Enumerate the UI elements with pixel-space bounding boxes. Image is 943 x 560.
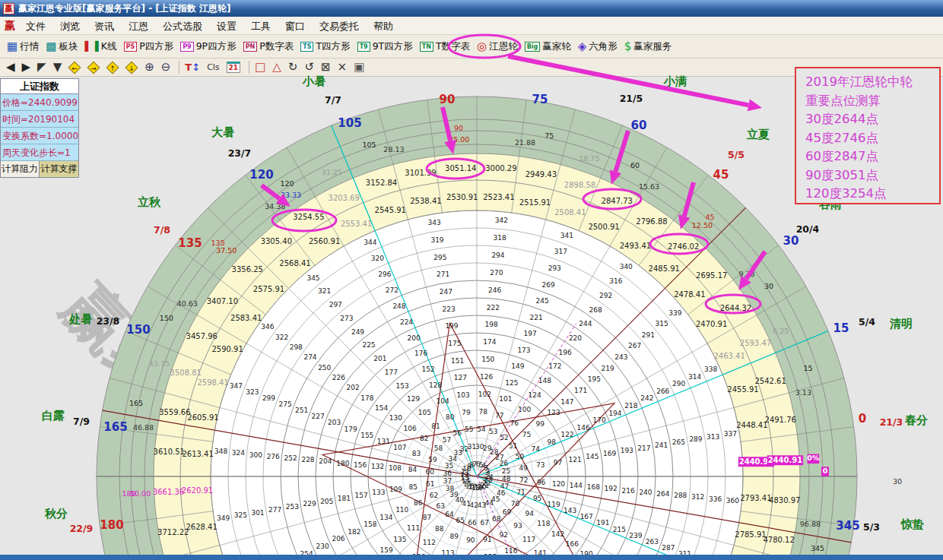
- app-logo-icon: 赢: [3, 3, 14, 14]
- winner-service-label: 赢家服务: [633, 40, 672, 53]
- tool-rect-tool-icon[interactable]: □: [255, 62, 265, 73]
- toolbar-button-9p-square[interactable]: P99P四方形: [177, 40, 239, 53]
- winner-wheel-label: 赢家轮: [542, 40, 571, 53]
- toolbar-button-hexagon[interactable]: ◈六角形: [575, 40, 621, 53]
- main-toolbar: ▦行情▩板块▌▐K线PSP四方形P99P四方形PNP数字表TST四方形T99T四…: [0, 35, 943, 59]
- toolbar-button-kline[interactable]: ▌▐K线: [81, 40, 119, 53]
- tool-prev-arrow-icon[interactable]: ◀: [6, 62, 15, 73]
- tool-down-arrow-icon[interactable]: ▼: [53, 62, 62, 73]
- anno-level-45: 45度2746点: [805, 129, 939, 148]
- toolbar-button-sectors[interactable]: ▩板块: [43, 40, 81, 53]
- quotes-icon: ▦: [7, 40, 17, 53]
- menu-item-0[interactable]: 文件: [26, 21, 46, 32]
- menu-item-6[interactable]: 工具: [251, 21, 271, 32]
- gann-wheel-icon: ◎: [477, 40, 487, 53]
- price-row: 价格=2440.9099: [1, 94, 78, 111]
- hexagon-icon: ◈: [578, 40, 587, 53]
- menu-item-1[interactable]: 浏览: [60, 21, 80, 32]
- time-row: 时间=20190104: [1, 111, 78, 128]
- toolbar-button-t-number-table[interactable]: TNT数字表: [417, 40, 473, 53]
- p-square-icon: PS: [124, 42, 138, 52]
- anno-level-30: 30度2644点: [805, 110, 939, 129]
- menu-logo-icon: 赢: [5, 19, 15, 33]
- tool-box-x-tool-icon[interactable]: ⊠: [321, 62, 331, 73]
- 9t-square-label: 9T四方形: [373, 40, 413, 53]
- kline-icon: ▌▐: [84, 41, 98, 52]
- sectors-label: 板块: [59, 40, 78, 53]
- p-number-table-label: P数字表: [259, 40, 294, 53]
- quotes-label: 行情: [20, 40, 39, 53]
- watermark-qq: QQ:4008000360: [278, 442, 487, 487]
- key-levels-annotation-box: 2019年江恩轮中轮 重要点位测算 30度2644点 45度2746点 60度2…: [795, 67, 941, 204]
- instrument-name: 上证指数: [1, 79, 78, 94]
- anno-level-90: 90度3051点: [805, 166, 939, 185]
- t-square-icon: TS: [300, 42, 313, 52]
- gann-wheel-label: 江恩轮: [489, 40, 518, 53]
- hexagon-label: 六角形: [589, 40, 618, 53]
- toolbar-button-9t-square[interactable]: T99T四方形: [354, 40, 416, 53]
- anno-level-120: 120度3254点: [805, 185, 939, 204]
- calc-support-button[interactable]: 计算支撑: [40, 161, 78, 177]
- p-square-label: P四方形: [139, 40, 173, 53]
- tool-cross-tool-icon[interactable]: ×: [338, 62, 348, 73]
- window-bottom-frame: [0, 555, 943, 560]
- toolbar-button-p-number-table[interactable]: PNP数字表: [240, 40, 297, 53]
- winner-wheel-icon: Big: [525, 42, 541, 52]
- tool-t-updown-icon[interactable]: T↕: [185, 62, 200, 73]
- toolbar-button-quotes[interactable]: ▦行情: [4, 40, 42, 53]
- 9p-square-label: 9P四方形: [196, 40, 237, 53]
- watermark-brand: 赢家财富网: [43, 265, 325, 558]
- window-title: 赢家江恩专业版[赢家服务平台] - [上证指数 江恩轮]: [18, 2, 230, 15]
- t-number-table-label: T数字表: [436, 40, 470, 53]
- toolbar-button-t-square[interactable]: TST四方形: [297, 40, 353, 53]
- menu-bar: 赢 文件浏览资讯江恩公式选股设置工具窗口交易委托帮助: [0, 17, 943, 35]
- calc-resistance-button[interactable]: 计算阻力: [1, 161, 40, 177]
- tool-next-arrow-icon[interactable]: ▶: [22, 62, 31, 73]
- toolbar-separator: [249, 61, 249, 74]
- step-row: 周天变化步长=1: [1, 144, 78, 161]
- title-bar: 赢 赢家江恩专业版[赢家服务平台] - [上证指数 江恩轮]: [0, 0, 943, 17]
- t-number-table-icon: TN: [420, 42, 433, 52]
- menu-item-5[interactable]: 设置: [217, 21, 237, 32]
- 9p-square-icon: P9: [180, 42, 193, 52]
- p-number-table-icon: PN: [243, 42, 258, 52]
- anno-title-line: 2019年江恩轮中轮: [805, 73, 939, 92]
- toolbar-separator: [179, 61, 179, 74]
- tool-pan-up-icon[interactable]: ↑: [106, 63, 119, 72]
- tool-pan-left-icon[interactable]: ←: [68, 63, 81, 72]
- menu-item-4[interactable]: 公式选股: [163, 21, 202, 32]
- tool-pan-right-icon[interactable]: →: [87, 63, 100, 72]
- tool-calendar-icon[interactable]: 21: [227, 62, 241, 73]
- toolbar-button-gann-wheel[interactable]: ◎江恩轮: [474, 40, 521, 53]
- anno-subtitle-line: 重要点位测算: [805, 92, 939, 111]
- tool-up-arrow-icon[interactable]: ◤: [37, 62, 46, 73]
- anno-level-60: 60度2847点: [805, 147, 939, 166]
- instrument-info-panel: 上证指数 价格=2440.9099 时间=20190104 变换系数=1.000…: [0, 78, 79, 178]
- tool-select-tool-icon[interactable]: ▣: [354, 62, 364, 73]
- toolbar-button-winner-wheel[interactable]: Big赢家轮: [522, 40, 574, 53]
- tool-triangle-tool-icon[interactable]: △: [272, 62, 281, 73]
- kline-label: K线: [101, 40, 117, 53]
- menu-item-7[interactable]: 窗口: [285, 21, 305, 32]
- tool-cls-icon[interactable]: Cls: [207, 62, 219, 73]
- sectors-icon: ▩: [46, 40, 56, 53]
- tool-pan-down-icon[interactable]: ↓: [125, 63, 138, 72]
- winner-service-icon: $: [624, 40, 632, 53]
- t-square-label: T四方形: [316, 40, 350, 53]
- watermark-url: www.yingjia360.com: [102, 402, 370, 560]
- toolbar-button-p-square[interactable]: PSP四方形: [121, 40, 177, 53]
- tool-zoom-out-icon[interactable]: ⊖: [161, 62, 171, 73]
- toolbar-button-winner-service[interactable]: $赢家服务: [621, 40, 675, 53]
- menu-item-3[interactable]: 江恩: [129, 21, 148, 32]
- menu-item-9[interactable]: 帮助: [373, 21, 393, 32]
- tool-zoom-in-icon[interactable]: ⊕: [144, 62, 154, 73]
- 9t-square-icon: T9: [357, 42, 370, 52]
- coefficient-row: 变换系数=1.00000: [1, 128, 78, 144]
- tool-rotate-cw-icon[interactable]: ↻: [288, 62, 298, 73]
- menu-item-8[interactable]: 交易委托: [319, 21, 359, 32]
- tool-rotate-ccw-icon[interactable]: ↺: [304, 62, 314, 73]
- menu-item-2[interactable]: 资讯: [94, 21, 114, 32]
